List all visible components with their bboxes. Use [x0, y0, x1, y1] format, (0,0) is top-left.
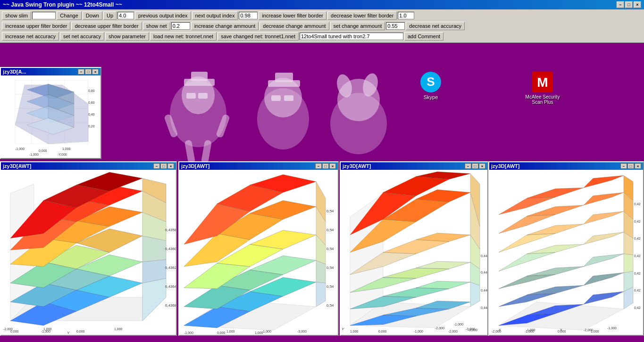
up-button[interactable]: Up — [103, 11, 117, 20]
svg-text:0,000: 0,000 — [39, 149, 47, 152]
plot-titlebar-3: jzy3D[AWT] − □ × — [179, 162, 338, 170]
svg-marker-194 — [624, 254, 633, 273]
next-output-index-button[interactable]: next output index — [192, 11, 238, 20]
plot5-close[interactable]: × — [635, 163, 641, 169]
decrease-net-accuracy-button[interactable]: decrease net accuracy — [406, 22, 465, 30]
svg-rect-16 — [275, 73, 293, 82]
svg-text:0,60: 0,60 — [88, 101, 95, 104]
plot-window-3: jzy3D[AWT] − □ × — [178, 161, 339, 336]
set-change-input[interactable] — [386, 22, 405, 30]
plot5-maximize[interactable]: □ — [627, 163, 634, 169]
down-button[interactable]: Down — [83, 11, 102, 20]
decrease-upper-filter-button[interactable]: decrease upper filter border — [71, 22, 142, 30]
next-output-value-input[interactable] — [239, 12, 258, 19]
svg-text:X: X — [560, 328, 562, 332]
plot-title-3: jzy3D[AWT] — [181, 163, 210, 169]
increase-upper-filter-button[interactable]: increase upper filter border — [2, 22, 70, 30]
plot3-minimize[interactable]: − — [315, 163, 322, 169]
toolbar-row-2: increase upper filter border decrease up… — [2, 21, 642, 31]
svg-text:1,000: 1,000 — [226, 330, 235, 333]
svg-text:0,000: 0,000 — [217, 331, 226, 334]
set-change-button[interactable]: set change ammount — [330, 22, 385, 30]
plot1-maximize[interactable]: □ — [85, 69, 92, 75]
svg-text:S: S — [427, 75, 435, 89]
plot-title-4: jzy3D[AWT] — [343, 163, 371, 169]
svg-text:0,40: 0,40 — [88, 113, 95, 116]
svg-text:-Y,000: -Y,000 — [58, 153, 67, 156]
plot-controls-2: − □ × — [153, 163, 174, 169]
decrease-lower-filter-button[interactable]: decrease lower filter border — [327, 11, 397, 20]
set-net-accuracy-button[interactable]: set net accuracy — [60, 32, 104, 41]
increase-change-button[interactable]: increase change ammount — [191, 22, 259, 30]
plot4-close[interactable]: × — [479, 163, 485, 169]
lower-filter-value-input[interactable] — [398, 12, 414, 19]
skype-icon: S — [419, 71, 442, 93]
svg-text:-2,000: -2,000 — [448, 330, 458, 333]
previous-output-index-button[interactable]: previous output index — [135, 11, 191, 20]
plot3-close[interactable]: × — [329, 163, 336, 169]
svg-text:-2,000: -2,000 — [435, 326, 444, 330]
svg-text:0,4358: 0,4358 — [165, 228, 176, 232]
skype-icon-container[interactable]: S Skype — [412, 71, 450, 100]
plot2-close[interactable]: × — [167, 163, 174, 169]
up-value-input[interactable] — [117, 12, 134, 19]
plot-titlebar-4: jzy3D[AWT] − □ × — [341, 162, 487, 170]
mcafee-icon-container[interactable]: M McAfee SecurityScan Plus — [521, 71, 564, 105]
toolbar: show slim Change Down Up previous output… — [0, 9, 644, 43]
chart-svg-1: 0,80 0,60 0,40 0,20 -1,000 0,000 1,000 -… — [1, 75, 100, 158]
plot4-minimize[interactable]: − — [465, 163, 471, 169]
svg-text:-1,000: -1,000 — [607, 326, 617, 330]
svg-text:0,42: 0,42 — [634, 254, 641, 258]
title-bar: ~~ Java Swing Tron plugin ~~ 12to4Small … — [0, 0, 644, 9]
svg-text:1,000: 1,000 — [350, 330, 359, 333]
skype-logo: S — [419, 71, 442, 93]
plot2-minimize[interactable]: − — [153, 163, 160, 169]
svg-text:0,4360: 0,4360 — [165, 247, 176, 251]
show-net-button[interactable]: show net — [143, 22, 170, 30]
svg-text:0,000: 0,000 — [76, 330, 85, 333]
load-new-net-button[interactable]: load new net: tronnet.nnet — [150, 32, 217, 41]
chart-svg-5: 0,42 0,42 0,42 0,42 0,42 0,42 0,42 -2,00… — [489, 170, 643, 335]
svg-text:X: X — [499, 328, 501, 332]
comment-input[interactable] — [300, 33, 403, 40]
plot1-minimize[interactable]: − — [78, 69, 84, 75]
plot-titlebar-2: jzy3D[AWT] − □ × — [1, 162, 176, 170]
decrease-change-button[interactable]: decrease change ammount — [259, 22, 329, 30]
increase-lower-filter-button[interactable]: increase lower filter border — [259, 11, 326, 20]
add-comment-button[interactable]: add Comment — [404, 32, 443, 41]
plot5-minimize[interactable]: − — [620, 163, 627, 169]
minimize-button[interactable]: − — [617, 1, 624, 8]
show-slim-button[interactable]: show slim — [2, 11, 31, 20]
show-parameter-button[interactable]: show parameter — [105, 32, 149, 41]
svg-text:0,440400: 0,440400 — [481, 289, 487, 292]
svg-rect-14 — [284, 95, 293, 101]
maximize-button[interactable]: □ — [625, 1, 633, 8]
increase-net-accuracy-button[interactable]: increase net accuracy — [2, 32, 59, 41]
close-button[interactable]: × — [634, 1, 641, 8]
svg-rect-13 — [271, 95, 281, 101]
svg-text:0,42: 0,42 — [634, 289, 641, 292]
plot2-maximize[interactable]: □ — [160, 163, 167, 169]
svg-text:0,440600: 0,440600 — [481, 306, 487, 309]
save-changed-net-button[interactable]: save changed net: tronnet1.nnet — [217, 32, 299, 41]
toolbar-row-3: increase net accuracy set net accuracy s… — [2, 31, 642, 42]
svg-text:-1,000: -1,000 — [262, 330, 271, 333]
show-net-input[interactable] — [171, 22, 190, 30]
svg-text:0,42: 0,42 — [634, 306, 641, 309]
svg-text:1,000: 1,000 — [114, 327, 123, 331]
svg-rect-4 — [198, 93, 208, 99]
slim-input[interactable] — [32, 12, 56, 19]
background-art — [104, 67, 425, 171]
plot3-maximize[interactable]: □ — [322, 163, 329, 169]
plot-title-5: jzy3D[AWT] — [491, 163, 520, 169]
svg-text:-1,000: -1,000 — [414, 330, 423, 333]
svg-text:0,54: 0,54 — [326, 303, 334, 308]
svg-text:0,42: 0,42 — [634, 202, 641, 206]
window-controls: − □ × — [617, 1, 641, 8]
plot-window-5: jzy3D[AWT] − □ × — [488, 161, 644, 336]
plot1-close[interactable]: × — [92, 69, 99, 75]
desktop: S Skype M McAfee SecurityScan Plus jzy3D… — [0, 67, 644, 342]
plot-content-2: 0,4368 0,4364 0,4362 0,4360 0,4368 0,436… — [1, 170, 176, 335]
change-button[interactable]: Change — [57, 11, 82, 20]
plot4-maximize[interactable]: □ — [472, 163, 478, 169]
